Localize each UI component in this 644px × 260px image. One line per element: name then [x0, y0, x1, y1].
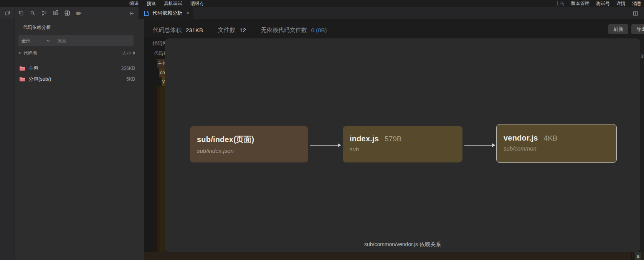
node-subtitle: sub/common: [504, 145, 611, 152]
menu-test-account[interactable]: 测试号: [596, 0, 610, 7]
underlay-right-strip: 31: [640, 37, 644, 252]
package-size: 5KB: [126, 76, 135, 82]
collapse-sidebar-icon[interactable]: [128, 10, 135, 17]
dependency-arrow: [464, 145, 492, 146]
toolbar-tab-row: 代码依赖分析 ×: [0, 7, 644, 19]
sidebar-title: 代码依赖分析: [23, 24, 51, 31]
underlay-header-fragment: 代码包: [152, 40, 165, 47]
dependency-sidebar: 代码依赖分析 全部 < 代码包 大小: [15, 19, 144, 260]
package-list: 主包 226KB 分包(sub/) 5KB: [15, 63, 144, 84]
graph-node-index-js[interactable]: index.js 579B sub: [343, 126, 462, 162]
export-button[interactable]: 导出: [631, 24, 644, 34]
underlay-bottom-badge: a: [635, 252, 641, 260]
node-size: 4KB: [544, 134, 558, 142]
graph-caption: sub/common/vendor.js 依赖关系: [165, 241, 640, 248]
activity-rail: [0, 19, 15, 260]
node-title: sub/index(页面): [197, 134, 254, 145]
menu-right-group: 上传 版本管理 测试号 详情 消息: [555, 0, 641, 7]
devtools-window: 编译 预览 真机调试 清缓存 上传 版本管理 测试号 详情 消息: [0, 0, 644, 260]
underlay-treemap-strip: 代码包 代码包 主包 co ve: [144, 37, 165, 252]
filter-select[interactable]: 全部: [18, 35, 53, 46]
graph-node-sub-index[interactable]: sub/index(页面) sub/index.json: [190, 126, 308, 162]
refresh-button[interactable]: 刷新: [608, 24, 628, 34]
underlay-bottom-strip: a: [144, 252, 644, 260]
stat-total-size-value: 231KB: [186, 27, 203, 33]
menu-compile[interactable]: 编译: [129, 0, 139, 7]
menu-left-group: 编译 预览 真机调试 清缓存: [129, 0, 204, 7]
treemap-icon[interactable]: [64, 10, 70, 17]
files-icon[interactable]: [18, 10, 24, 17]
underlay-row-fragment: 主包: [157, 59, 165, 68]
menu-bar: 编译 预览 真机调试 清缓存 上传 版本管理 测试号 详情 消息: [0, 0, 644, 7]
tab-code-dependency-analysis[interactable]: 代码依赖分析 ×: [139, 7, 193, 19]
split-editor-icon[interactable]: [632, 10, 639, 17]
folder-icon: [19, 66, 25, 71]
node-size: 579B: [385, 135, 401, 143]
source-control-icon[interactable]: [41, 10, 47, 17]
breadcrumb-label: 代码包: [23, 50, 37, 56]
search-icon[interactable]: [29, 10, 36, 17]
stat-unused-files-label: 无依赖代码文件数: [261, 26, 307, 34]
node-title: index.js: [350, 134, 379, 143]
sidebar-toolbar: [0, 7, 138, 19]
tab-close-icon[interactable]: ×: [186, 10, 189, 16]
dependency-arrow: [310, 145, 338, 146]
sort-label: 大小: [122, 50, 131, 56]
menu-version-manage[interactable]: 版本管理: [571, 0, 590, 7]
search-input[interactable]: [53, 35, 134, 46]
sort-arrows-icon: [133, 51, 135, 55]
package-name: 分包(sub/): [28, 76, 51, 83]
stat-unused-files-link[interactable]: 0 (0B): [311, 27, 327, 33]
folder-icon: [19, 76, 25, 82]
stats-bar: 代码总体积 231KB 文件数 12 无依赖代码文件数 0 (0B): [153, 23, 342, 37]
underlay-right-fragment: 31: [641, 54, 644, 59]
underlay-row-fragment: ve: [162, 77, 165, 86]
filter-select-value: 全部: [21, 38, 31, 44]
back-chevron-icon: <: [18, 50, 21, 56]
main-area: 代码总体积 231KB 文件数 12 无依赖代码文件数 0 (0B) 刷新 导出…: [144, 19, 644, 260]
menu-clear-cache[interactable]: 清缓存: [190, 0, 204, 7]
stat-file-count-value: 12: [239, 27, 246, 33]
list-item-sub-package[interactable]: 分包(sub/) 5KB: [15, 74, 144, 84]
node-subtitle: sub: [350, 146, 457, 152]
package-name: 主包: [28, 65, 38, 72]
stat-total-size-label: 代码总体积: [153, 26, 182, 34]
chevron-down-icon: [46, 40, 50, 42]
menu-remote-debug[interactable]: 真机调试: [164, 0, 182, 7]
menu-details[interactable]: 详情: [616, 0, 626, 7]
menu-preview[interactable]: 预览: [147, 0, 156, 7]
whale-icon[interactable]: [75, 10, 82, 17]
underlay-row-fragment: co: [159, 68, 165, 77]
node-title: vendor.js: [504, 134, 538, 142]
underlay-row-fragment: 代码包: [154, 50, 165, 57]
dependency-graph-panel: sub/index(页面) sub/index.json index.js 57…: [165, 38, 640, 252]
graph-node-vendor-js-selected[interactable]: vendor.js 4KB sub/common: [496, 124, 617, 163]
menu-messages[interactable]: 消息: [632, 0, 641, 7]
breadcrumb-back[interactable]: < 代码包: [18, 50, 37, 56]
sort-by-size[interactable]: 大小: [122, 50, 135, 56]
windows-restore-icon[interactable]: [4, 10, 10, 17]
menu-upload[interactable]: 上传: [555, 0, 565, 7]
list-item-main-package[interactable]: 主包 226KB: [15, 63, 144, 74]
stat-file-count-label: 文件数: [218, 26, 235, 34]
file-icon: [143, 10, 150, 17]
package-size: 226KB: [121, 66, 135, 71]
node-subtitle: sub/index.json: [197, 147, 303, 154]
tab-label: 代码依赖分析: [152, 10, 182, 17]
extensions-icon[interactable]: [52, 10, 59, 17]
